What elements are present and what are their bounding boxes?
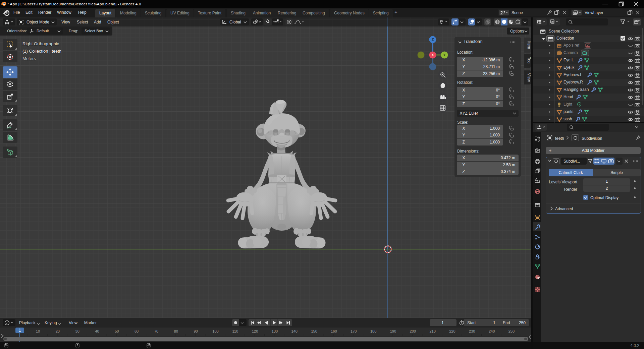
svg-text:Z: Z <box>432 38 434 42</box>
svg-text:Y: Y <box>443 53 446 57</box>
svg-text:X: X <box>431 53 434 57</box>
